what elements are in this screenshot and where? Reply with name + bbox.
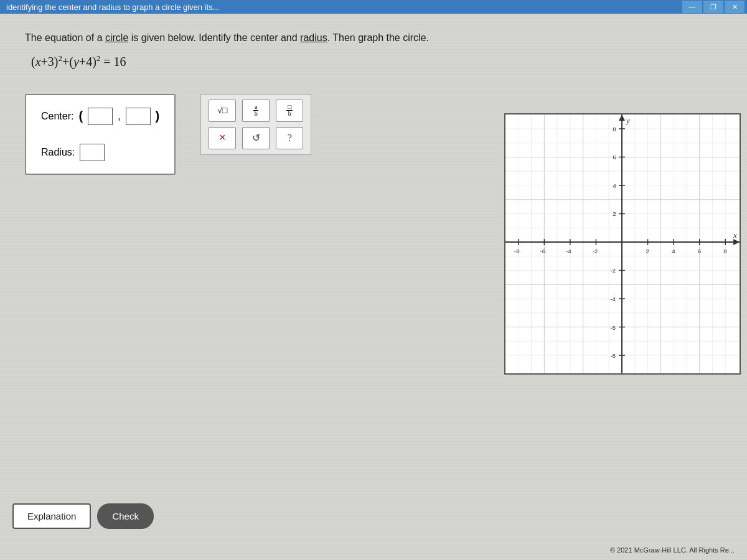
- equation-display: (x+3)2+(y+4)2 = 16: [31, 54, 722, 69]
- help-icon: ?: [288, 133, 292, 144]
- center-label: Center:: [41, 111, 73, 122]
- svg-text:4: 4: [672, 248, 675, 254]
- svg-text:8: 8: [723, 248, 727, 254]
- top-bar: identifying the center and radius to gra…: [0, 0, 747, 14]
- copyright-text: © 2021 McGraw-Hill LLC. All Rights Re...: [610, 546, 735, 554]
- toolbar-row-2: × ↺ ?: [209, 127, 303, 149]
- minimize-button[interactable]: —: [682, 1, 702, 13]
- fraction-ab-icon: a b: [253, 104, 259, 117]
- radius-word: radius: [300, 32, 327, 43]
- sqrt-icon: √□: [217, 106, 227, 116]
- problem-statement: The equation of a circle is given below.…: [25, 32, 722, 44]
- svg-text:-8: -8: [514, 248, 520, 254]
- coordinate-graph: x y -8 -6 -4 -2 2 4 6 8: [505, 114, 740, 373]
- fraction-box-icon: □ b: [286, 104, 293, 117]
- graph-container[interactable]: x y -8 -6 -4 -2 2 4 6 8: [504, 113, 741, 375]
- window-controls: — ❐ ✕: [682, 0, 747, 14]
- main-content: The equation of a circle is given below.…: [0, 14, 747, 560]
- svg-text:2: 2: [613, 210, 616, 217]
- svg-text:-4: -4: [566, 248, 571, 254]
- svg-text:-6: -6: [540, 248, 545, 254]
- svg-text:y: y: [625, 116, 630, 125]
- radius-label: Radius:: [41, 147, 75, 158]
- center-x-input[interactable]: [88, 108, 113, 125]
- undo-icon: ↺: [252, 132, 260, 144]
- help-button[interactable]: ?: [276, 127, 303, 149]
- svg-text:4: 4: [613, 182, 616, 189]
- open-paren: (: [78, 109, 83, 123]
- toolbar-row-1: √□ a b □ b: [209, 100, 303, 122]
- fraction-button[interactable]: a b: [242, 100, 270, 122]
- math-toolbar: √□ a b □ b: [200, 94, 311, 155]
- radius-input[interactable]: [80, 144, 105, 161]
- svg-text:-4: -4: [610, 296, 616, 302]
- close-paren: ): [156, 109, 160, 123]
- svg-text:6: 6: [698, 248, 702, 254]
- multiply-button[interactable]: ×: [209, 127, 236, 149]
- top-bar-title: identifying the center and radius to gra…: [6, 2, 220, 12]
- explanation-button[interactable]: Explanation: [12, 503, 91, 529]
- restore-button[interactable]: ❐: [703, 1, 723, 13]
- svg-text:-2: -2: [593, 248, 598, 254]
- radius-row: Radius:: [41, 144, 159, 161]
- svg-text:-8: -8: [610, 352, 616, 359]
- svg-text:2: 2: [646, 248, 650, 254]
- center-y-input[interactable]: [126, 108, 151, 125]
- bottom-buttons: Explanation Check: [12, 503, 154, 529]
- svg-text:6: 6: [613, 154, 616, 161]
- center-row: Center: ( , ): [41, 108, 159, 125]
- svg-text:x: x: [733, 231, 737, 240]
- fraction-box-button[interactable]: □ b: [276, 100, 303, 122]
- undo-button[interactable]: ↺: [242, 127, 270, 149]
- svg-text:-2: -2: [610, 268, 616, 274]
- multiply-icon: ×: [219, 131, 225, 144]
- input-panel: Center: ( , ) Radius:: [25, 94, 176, 175]
- svg-text:-6: -6: [610, 324, 616, 331]
- sqrt-button[interactable]: √□: [209, 100, 236, 122]
- comma: ,: [118, 111, 120, 122]
- close-button[interactable]: ✕: [725, 1, 745, 13]
- svg-text:8: 8: [613, 126, 616, 133]
- check-button[interactable]: Check: [97, 503, 154, 529]
- circle-word: circle: [105, 32, 128, 43]
